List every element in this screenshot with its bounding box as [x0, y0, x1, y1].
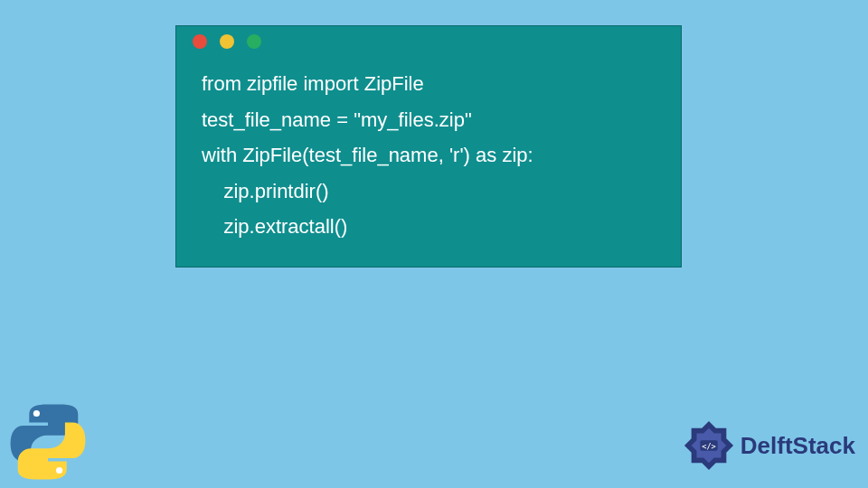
delftstack-badge-icon: </>: [683, 419, 735, 472]
delftstack-logo: </> DelftStack: [683, 419, 855, 472]
code-line: from zipfile import ZipFile: [202, 66, 656, 102]
code-body: from zipfile import ZipFile test_file_na…: [176, 57, 681, 267]
minimize-icon[interactable]: [220, 34, 234, 49]
maximize-icon[interactable]: [247, 34, 261, 49]
code-line: with ZipFile(test_file_name, 'r') as zip…: [202, 137, 656, 174]
svg-text:</>: </>: [702, 442, 716, 451]
code-line: zip.extractall(): [202, 209, 656, 245]
window-titlebar: [176, 26, 681, 57]
code-line: test_file_name = "my_files.zip": [202, 102, 656, 138]
code-window: from zipfile import ZipFile test_file_na…: [175, 25, 682, 267]
delftstack-name: DelftStack: [741, 432, 855, 460]
code-line: zip.printdir(): [202, 174, 656, 210]
svg-point-1: [56, 467, 62, 474]
svg-point-0: [33, 410, 40, 417]
python-icon: [7, 401, 89, 483]
close-icon[interactable]: [193, 34, 207, 49]
